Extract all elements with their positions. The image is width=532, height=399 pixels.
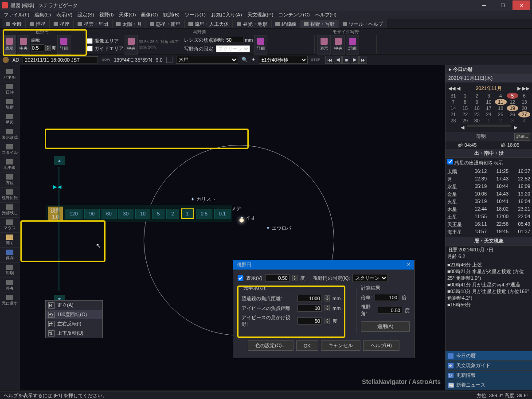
cancel-button[interactable]: キャンセル bbox=[321, 340, 360, 351]
apparent-input[interactable] bbox=[297, 317, 322, 325]
panel-button[interactable]: パネル bbox=[0, 67, 19, 82]
tab-meteors[interactable]: 流星・人工天体 bbox=[184, 20, 233, 28]
datetime-button[interactable]: 日時 bbox=[0, 82, 19, 97]
display-button[interactable]: 表示形式 bbox=[0, 127, 19, 142]
fov-30[interactable]: 30 bbox=[118, 209, 133, 219]
telescope-input[interactable] bbox=[297, 295, 322, 302]
menu-object[interactable]: 天体(O) bbox=[117, 11, 137, 19]
tab-constellations[interactable]: 星座 bbox=[50, 20, 74, 28]
info-icon[interactable] bbox=[3, 57, 9, 63]
imaging-center-button[interactable]: 中央 bbox=[125, 35, 138, 55]
menu-contents[interactable]: コンテンツ(C) bbox=[277, 11, 311, 19]
minimize-button[interactable]: ─ bbox=[475, 0, 493, 10]
maximize-button[interactable]: ☐ bbox=[494, 0, 512, 10]
mouse-button[interactable]: マウス bbox=[0, 218, 19, 233]
menu-edit[interactable]: 編集(E) bbox=[33, 11, 53, 19]
starmap-button[interactable]: 星図 bbox=[0, 112, 19, 127]
imaging-detail-button[interactable]: 詳細 bbox=[254, 35, 267, 55]
cal-next[interactable]: ▶ ▶▶ bbox=[517, 86, 529, 91]
ok-button[interactable]: OK bbox=[296, 340, 318, 351]
moon-europa[interactable]: エウロパ bbox=[266, 225, 291, 231]
acc-guide[interactable]: ★天文現象ガイド bbox=[446, 360, 532, 370]
color-button[interactable]: 色の設定(C)... bbox=[248, 340, 293, 351]
menu-observe[interactable]: 観測(B) bbox=[161, 11, 181, 19]
menu-settings[interactable]: 設定(S) bbox=[76, 11, 96, 19]
prev-button[interactable]: ◀ bbox=[334, 56, 342, 64]
close-button[interactable]: ✕ bbox=[512, 0, 530, 10]
menu-astro[interactable]: 天文現象(P) bbox=[246, 11, 275, 19]
show-planets-check[interactable] bbox=[447, 159, 453, 164]
menu-upright[interactable]: R正立(A) bbox=[46, 301, 102, 310]
tab-fov[interactable]: 視野・写野 bbox=[300, 20, 339, 28]
cal-scroll-right[interactable]: ▶ bbox=[514, 125, 517, 130]
stop-button[interactable]: ■ bbox=[342, 56, 350, 64]
mosaic-detail-button[interactable]: 詳細 bbox=[346, 35, 359, 55]
moon-callisto[interactable]: カリスト bbox=[191, 196, 216, 203]
star-icon[interactable]: ✦ bbox=[251, 57, 255, 63]
azimuth-button[interactable]: 方位 bbox=[0, 172, 19, 188]
detail-button[interactable]: 詳細... bbox=[514, 133, 530, 141]
guide-area-check[interactable] bbox=[87, 46, 93, 51]
zoom-handle[interactable]: ▶◀ bbox=[53, 184, 61, 190]
last-button[interactable]: ⏭ bbox=[359, 56, 367, 64]
target-select[interactable]: 木星 bbox=[176, 56, 238, 64]
menu-view[interactable]: 表示(V) bbox=[55, 11, 74, 19]
tab-stars[interactable]: 恒星 bbox=[26, 20, 50, 28]
cal-scroll-left[interactable]: ◀ bbox=[461, 125, 464, 130]
location-button[interactable]: 場所 bbox=[0, 97, 19, 112]
calendar[interactable]: ◀◀ ◀ 2021年11月 ▶ ▶▶ 31123456 78910111213 … bbox=[446, 82, 532, 132]
menu-favorites[interactable]: お気に入り(A) bbox=[209, 11, 244, 19]
tab-daylight[interactable]: 昼光・地形 bbox=[233, 20, 271, 28]
now-button[interactable]: NOW bbox=[102, 58, 110, 62]
acc-news[interactable]: 📰新着ニュース bbox=[446, 380, 532, 390]
mosaic-show-button[interactable]: 表示 bbox=[317, 35, 331, 55]
acc-updates[interactable]: ↻更新情報 bbox=[446, 370, 532, 380]
fov-2[interactable]: 2 bbox=[166, 209, 179, 219]
fov-1[interactable]: 1 bbox=[181, 208, 194, 219]
save-button[interactable]: 保存 bbox=[0, 248, 19, 263]
tab-planets[interactable]: 惑星・衛星 bbox=[146, 20, 184, 28]
tab-grid[interactable]: 経緯線 bbox=[271, 20, 300, 28]
share-button[interactable]: 共有 bbox=[0, 278, 19, 293]
fov-detail-button[interactable]: 詳細 bbox=[57, 35, 70, 55]
acc-today[interactable]: 今日の暦 bbox=[446, 351, 532, 360]
fov-center-button[interactable]: 中央 bbox=[17, 35, 30, 55]
scroll-up-button[interactable]: ▲ bbox=[54, 156, 65, 165]
style-button[interactable]: スタイル bbox=[0, 142, 19, 157]
fov-show-button[interactable]: 表示 bbox=[3, 35, 16, 55]
open-button[interactable]: 開く bbox=[0, 233, 19, 248]
lens-input[interactable] bbox=[226, 37, 243, 43]
horizon-button[interactable]: 地平線 bbox=[0, 157, 19, 172]
menu-fov[interactable]: 視野(I) bbox=[98, 11, 115, 19]
fov-range-input[interactable] bbox=[31, 44, 44, 51]
search-icon[interactable]: 🔍 bbox=[242, 57, 248, 63]
mosaic-center-button[interactable]: 中央 bbox=[332, 35, 345, 55]
cal-prev[interactable]: ◀◀ ◀ bbox=[448, 86, 460, 91]
dialog-show-value[interactable] bbox=[265, 274, 289, 282]
fov-60[interactable]: 60 bbox=[102, 209, 117, 219]
rotation-button[interactable]: 視野回転 bbox=[0, 188, 19, 203]
step-select[interactable]: ±1分40秒/秒 bbox=[259, 56, 308, 64]
eyepiece-input[interactable] bbox=[297, 305, 322, 312]
menu-rotate180[interactable]: ⟲180度回転(O) bbox=[46, 310, 102, 319]
dialog-show-check[interactable] bbox=[238, 275, 243, 281]
undo-button[interactable]: 元に戻す bbox=[0, 293, 19, 308]
jupiter-icon[interactable] bbox=[239, 218, 244, 223]
fov-120[interactable]: 120 bbox=[65, 209, 82, 219]
dialog-close-button[interactable]: ✕ bbox=[407, 262, 411, 268]
fov-10[interactable]: 10 bbox=[135, 209, 150, 219]
menu-flip-h[interactable]: ⇄左右反転(I) bbox=[46, 319, 102, 329]
menu-help[interactable]: ヘルプ(H) bbox=[313, 11, 338, 19]
dialog-fix-select[interactable]: スクリーン bbox=[352, 274, 388, 282]
apply-button[interactable]: 適用(A) bbox=[361, 321, 410, 332]
calendar-table[interactable]: 31123456 78910111213 14151617181920 2122… bbox=[447, 93, 530, 124]
tab-sun-moon[interactable]: 太陽・月 bbox=[112, 20, 146, 28]
help-button[interactable]: ヘルプ(H) bbox=[363, 340, 399, 351]
first-button[interactable]: ⏮ bbox=[325, 56, 333, 64]
trail-button[interactable]: 光跡残し bbox=[0, 203, 19, 218]
play-button[interactable]: ▶ bbox=[351, 56, 359, 64]
tab-general[interactable]: 全般 bbox=[2, 20, 26, 28]
tab-tools-help[interactable]: ツール・ヘルプ bbox=[339, 20, 387, 28]
menu-image[interactable]: 画像(G) bbox=[139, 11, 160, 19]
menu-tools[interactable]: ツール(T) bbox=[183, 11, 207, 19]
